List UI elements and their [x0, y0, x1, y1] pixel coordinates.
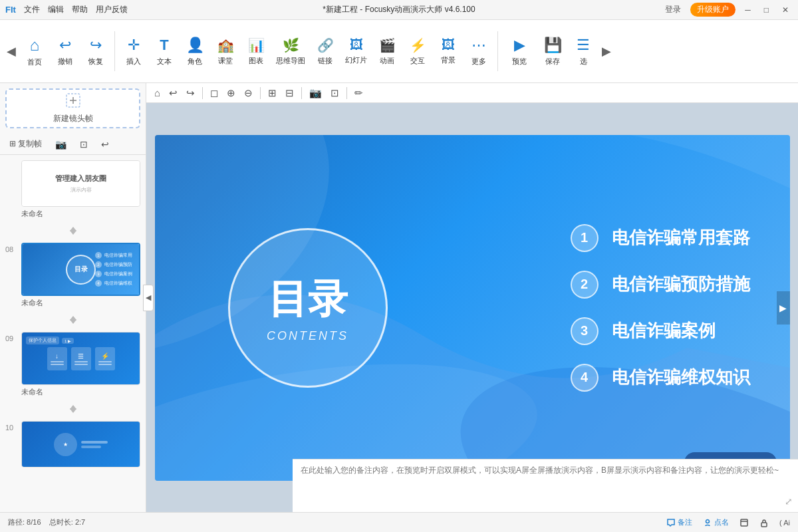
undo-icon: ↩	[59, 37, 71, 54]
toolbar-background[interactable]: 🖼 背景	[434, 25, 463, 78]
role-label: 角色	[188, 57, 202, 66]
plus-icon	[65, 92, 81, 112]
toolbar-nav-right[interactable]: ▶	[599, 41, 614, 61]
svg-marker-5	[70, 231, 76, 235]
toolbar-chart[interactable]: 📊 图表	[241, 25, 271, 78]
upgrade-button[interactable]: 升级账户	[690, 3, 735, 17]
slide-thumb-09: 保护个人信息 1 ▶ ↓ ☰	[21, 332, 140, 385]
canvas-edit-icon[interactable]: ✏	[352, 86, 366, 100]
menu-feedback[interactable]: 用户反馈	[96, 4, 128, 15]
canvas-camera-icon[interactable]: 📷	[307, 86, 325, 100]
menu-item-text-1: 电信诈骗常用套路	[612, 226, 750, 249]
frame-resize-button[interactable]: ⊡	[76, 137, 92, 152]
right-edge-arrow[interactable]: ▶	[777, 291, 790, 325]
toolbar-nav-left[interactable]: ◀	[4, 41, 19, 61]
svg-rect-18	[761, 523, 767, 527]
menu-num-3: 3	[571, 317, 598, 345]
redo-label: 恢复	[88, 57, 103, 66]
status-duration: 总时长: 2:7	[49, 518, 85, 526]
toolbar-select[interactable]: ☰ 选	[569, 25, 598, 78]
minimize-status-button[interactable]	[739, 518, 749, 527]
slide-icon: 🖼	[350, 37, 363, 53]
maximize-button[interactable]: □	[760, 4, 773, 16]
notes-expand-button[interactable]: ⤢	[785, 496, 793, 507]
toolbar-interact[interactable]: ⚡ 交互	[403, 25, 432, 78]
toolbar-divider-1	[114, 31, 115, 71]
ai-text[interactable]: ( Ai	[779, 519, 790, 527]
slide-item-09[interactable]: 09 保护个人信息 1 ▶ ↓	[0, 329, 146, 400]
menu-help[interactable]: 帮助	[72, 4, 88, 15]
toolbar-undo[interactable]: ↩ 撤销	[51, 25, 80, 78]
canvas-zoom-out-icon[interactable]: ⊖	[241, 86, 255, 100]
toolbar-home[interactable]: ⌂ 首页	[20, 25, 49, 78]
slide-item-08[interactable]: 08 目录 1电信诈骗常用 2电信诈骗预防 3电信诈骗案例 4电信诈骗维权	[0, 240, 146, 311]
copy-frame-button[interactable]: ⊞ 复制帧	[5, 136, 46, 152]
save-label: 保存	[545, 57, 560, 66]
toolbar-insert[interactable]: ✛ 插入	[119, 25, 148, 78]
toolbar-redo[interactable]: ↪ 恢复	[81, 25, 110, 78]
toolbar-more[interactable]: ⋯ 更多	[464, 25, 493, 78]
menu-num-1: 1	[571, 224, 598, 252]
canvas-undo-icon[interactable]: ↩	[166, 86, 180, 100]
toolbar-text[interactable]: T 文本	[150, 25, 179, 78]
title-bar: FIt 文件 编辑 帮助 用户反馈 *新建工程 - Focusky动画演示大师 …	[0, 0, 798, 20]
annotation-button[interactable]: 备注	[666, 517, 692, 527]
close-button[interactable]: ✕	[778, 4, 793, 16]
new-frame-button[interactable]: 新建镜头帧	[5, 88, 140, 128]
home-label: 首页	[27, 57, 42, 67]
toolbar-link[interactable]: 🔗 链接	[311, 25, 340, 78]
ctb-sep-2	[260, 87, 261, 99]
left-panel: 新建镜头帧 ⊞ 复制帧 📷 ⊡ ↩ 管理建入朋友圈 演示内容	[0, 83, 146, 512]
home-icon: ⌂	[30, 36, 40, 55]
svg-rect-9	[70, 408, 76, 410]
menu-edit[interactable]: 编辑	[48, 4, 64, 15]
canvas-fullscreen-icon[interactable]: ⊡	[328, 86, 342, 100]
canvas-align-icon[interactable]: ⊟	[283, 86, 297, 100]
undo-label: 撤销	[58, 57, 72, 66]
toolbar-mindmap[interactable]: 🌿 思维导图	[272, 25, 309, 78]
contents-subtitle: CONTENTS	[267, 329, 348, 343]
background-label: 背景	[441, 55, 456, 65]
canvas-frame-icon[interactable]: ◻	[207, 86, 221, 100]
toolbar-save[interactable]: 💾 保存	[538, 25, 567, 78]
notes-textarea[interactable]	[293, 460, 798, 512]
frame-back-button[interactable]: ↩	[97, 137, 113, 152]
slide-item-10[interactable]: 10 ★	[0, 418, 146, 472]
toolbar-role[interactable]: 👤 角色	[180, 25, 209, 78]
lock-status-button[interactable]	[759, 518, 769, 527]
login-button[interactable]: 登录	[661, 3, 685, 17]
canvas-area: ⌂ ↩ ↪ ◻ ⊕ ⊖ ⊞ ⊟ 📷 ⊡ ✏	[146, 83, 798, 512]
menu-item-row-3: 3 电信诈骗案例	[571, 317, 750, 345]
toolbar-class[interactable]: 🏫 课堂	[211, 25, 240, 78]
camera-tool-button[interactable]: 📷	[51, 137, 70, 152]
toolbar-preview[interactable]: ▶ 预览	[502, 25, 537, 78]
toolbar-slide[interactable]: 🖼 幻灯片	[341, 25, 371, 78]
link-label: 链接	[318, 56, 332, 66]
canvas-home-icon[interactable]: ⌂	[152, 86, 163, 100]
slide-divider-icon	[0, 221, 146, 240]
insert-label: 插入	[126, 57, 141, 66]
canvas-redo-icon[interactable]: ↪	[184, 86, 198, 100]
collapse-panel-button[interactable]: ◀	[143, 285, 154, 311]
status-bar: 路径: 8/16 总时长: 2:7 备注 点名	[0, 512, 798, 532]
slide-canvas[interactable]: 目录 CONTENTS 1 电信诈骗常用套路 2 电信诈骗预防措施 3	[146, 103, 798, 512]
toolbar-animation[interactable]: 🎬 动画	[372, 25, 402, 78]
canvas-zoom-in-icon[interactable]: ⊕	[224, 86, 238, 100]
point-button[interactable]: 点名	[703, 517, 729, 527]
slide-divider-icon-2	[0, 311, 146, 329]
new-frame-label: 新建镜头帧	[53, 113, 93, 124]
mindmap-icon: 🌿	[283, 37, 299, 53]
canvas-grid-icon[interactable]: ⊞	[265, 86, 279, 100]
background-icon: 🖼	[442, 37, 455, 53]
menu-file[interactable]: 文件	[24, 4, 40, 15]
chart-icon: 📊	[248, 37, 265, 53]
slide-item-blank[interactable]: 管理建入朋友圈 演示内容 未命名	[0, 158, 146, 221]
status-info: 路径: 8/16 总时长: 2:7	[8, 517, 85, 527]
slide-thumb-10: ★	[21, 421, 140, 467]
role-icon: 👤	[186, 37, 204, 54]
canvas-toolbar-row: ⌂ ↩ ↪ ◻ ⊕ ⊖ ⊞ ⊟ 📷 ⊡ ✏	[146, 83, 798, 103]
toolbar-divider-2	[497, 31, 498, 71]
minimize-button[interactable]: ─	[741, 4, 755, 16]
redo-icon: ↪	[90, 37, 102, 54]
notes-area: ⤢	[293, 459, 798, 512]
